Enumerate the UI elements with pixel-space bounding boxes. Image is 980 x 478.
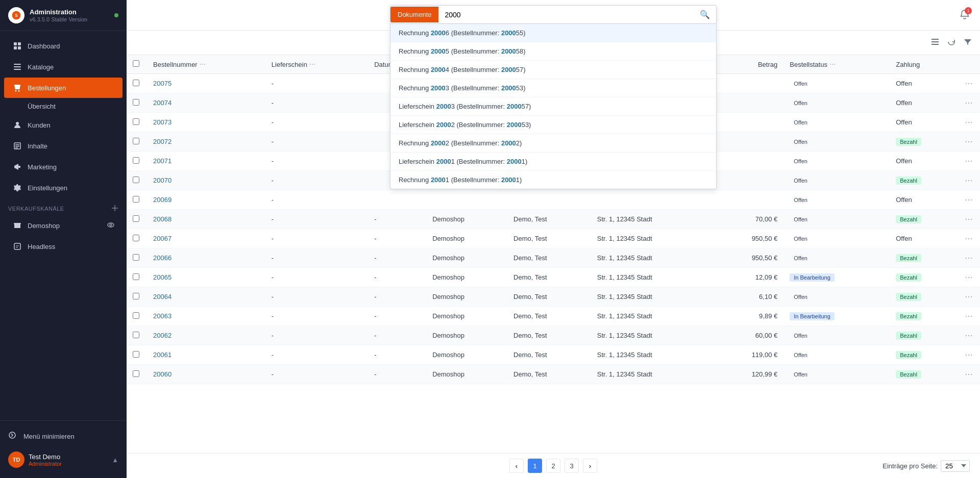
cell-bestellnummer: 20070	[147, 171, 265, 190]
search-dokumente-button[interactable]: Dokumente	[390, 7, 438, 22]
notification-icon[interactable]: 1	[960, 9, 970, 21]
row-checkbox[interactable]	[133, 80, 139, 86]
row-actions-btn[interactable]: ⋯	[965, 234, 974, 243]
cell-bestellstatus: Offen	[783, 345, 890, 365]
minimize-menu-btn[interactable]: Menü minimieren	[8, 427, 118, 445]
pagination-page-1[interactable]: 1	[528, 459, 542, 473]
user-role: Administrator	[29, 461, 62, 467]
table-refresh-btn[interactable]	[945, 36, 958, 49]
row-actions-btn[interactable]: ⋯	[965, 254, 974, 262]
row-actions-btn[interactable]: ⋯	[965, 157, 974, 165]
row-checkbox[interactable]	[133, 273, 139, 280]
cell-bestellnummer: 20064	[147, 287, 265, 307]
row-checkbox[interactable]	[133, 177, 139, 183]
row-checkbox[interactable]	[133, 235, 139, 241]
svg-point-11	[16, 122, 19, 125]
row-checkbox[interactable]	[133, 312, 139, 319]
row-actions-btn[interactable]: ⋯	[965, 79, 974, 88]
row-checkbox[interactable]	[133, 157, 139, 164]
user-profile[interactable]: TD Test Demo Administrator ▲	[8, 447, 118, 472]
svg-rect-16	[18, 166, 20, 168]
table-view-toggle[interactable]	[929, 36, 941, 49]
cell-kunde: Demo, Test	[507, 287, 591, 307]
search-dropdown: Rechnung 20006 (Bestellnummer: 200055)Re…	[390, 24, 717, 189]
row-actions-btn[interactable]: ⋯	[965, 331, 974, 340]
row-checkbox[interactable]	[133, 99, 139, 106]
cell-bestellnummer: 20060	[147, 365, 265, 384]
search-result-item[interactable]: Lieferschein 20003 (Bestellnummer: 20005…	[390, 97, 716, 116]
col-filter-icon[interactable]: ⋯	[829, 61, 836, 68]
add-channel-icon[interactable]	[111, 205, 118, 213]
cell-actions: ⋯	[959, 132, 980, 152]
row-actions-btn[interactable]: ⋯	[965, 215, 974, 223]
status-badge: In Bearbeitung	[790, 312, 835, 320]
row-checkbox[interactable]	[133, 138, 139, 144]
row-actions-btn[interactable]: ⋯	[965, 350, 974, 359]
search-result-item[interactable]: Lieferschein 20002 (Bestellnummer: 20005…	[390, 116, 716, 134]
pagination-page-3[interactable]: 3	[565, 459, 579, 473]
sidebar-item-kataloge[interactable]: Kataloge	[4, 57, 122, 77]
row-checkbox[interactable]	[133, 351, 139, 358]
row-actions-btn[interactable]: ⋯	[965, 98, 974, 107]
cell-zahlung: Bezahl	[890, 326, 959, 345]
cell-actions: ⋯	[959, 365, 980, 384]
cell-zahlung: Bezahl	[890, 345, 959, 365]
search-result-item[interactable]: Rechnung 20006 (Bestellnummer: 200055)	[390, 24, 716, 42]
cell-kunde	[507, 190, 591, 210]
row-actions-btn[interactable]: ⋯	[965, 370, 974, 379]
search-input[interactable]	[438, 7, 694, 23]
pagination-page-2[interactable]: 2	[546, 459, 560, 473]
cell-betrag: 6,10 €	[714, 287, 783, 307]
table-filter-btn[interactable]	[962, 36, 974, 49]
pagination-next-btn[interactable]: ›	[583, 459, 597, 473]
cell-datum	[368, 190, 426, 210]
sidebar-subitem-label: Übersicht	[28, 103, 56, 110]
row-checkbox[interactable]	[133, 254, 139, 261]
row-checkbox[interactable]	[133, 370, 139, 377]
dashboard-icon	[12, 41, 22, 51]
payment-badge: Bezahl	[896, 312, 921, 320]
search-result-item[interactable]: Lieferschein 20001 (Bestellnummer: 20001…	[390, 153, 716, 171]
sidebar-item-kunden[interactable]: Kunden	[4, 115, 122, 135]
row-actions-btn[interactable]: ⋯	[965, 292, 974, 301]
cell-bestellstatus: Offen	[783, 93, 890, 113]
sidebar-item-dashboard[interactable]: Dashboard	[4, 36, 122, 56]
search-result-item[interactable]: Rechnung 20002 (Bestellnummer: 20002)	[390, 134, 716, 153]
row-actions-btn[interactable]: ⋯	[965, 118, 974, 127]
select-all-checkbox[interactable]	[133, 60, 139, 67]
cell-ort: Str. 1, 12345 Stadt	[591, 365, 714, 384]
row-actions-btn[interactable]: ⋯	[965, 312, 974, 320]
table-row: 20062--DemoshopDemo, TestStr. 1, 12345 S…	[127, 326, 980, 345]
sidebar-item-bestellungen[interactable]: Bestellungen	[4, 78, 122, 98]
sidebar-item-marketing[interactable]: Marketing	[4, 157, 122, 177]
row-actions-btn[interactable]: ⋯	[965, 273, 974, 282]
cell-betrag: 119,00 €	[714, 345, 783, 365]
row-actions-btn[interactable]: ⋯	[965, 195, 974, 204]
col-sort-icon[interactable]: ⋯	[200, 61, 206, 68]
sidebar-item-headless[interactable]: Headless	[4, 236, 122, 257]
row-checkbox[interactable]	[133, 215, 139, 222]
row-checkbox[interactable]	[133, 332, 139, 338]
search-submit-button[interactable]: 🔍	[694, 6, 716, 23]
sidebar-item-einstellungen[interactable]: Einstellungen	[4, 178, 122, 198]
search-result-item[interactable]: Rechnung 20005 (Bestellnummer: 200058)	[390, 42, 716, 61]
sidebar-item-inhalte[interactable]: Inhalte	[4, 136, 122, 156]
row-checkbox[interactable]	[133, 196, 139, 203]
sidebar-item-label: Bestellungen	[28, 84, 66, 92]
row-checkbox[interactable]	[133, 118, 139, 125]
cell-betrag	[714, 132, 783, 152]
search-result-item[interactable]: Rechnung 20003 (Bestellnummer: 200053)	[390, 79, 716, 97]
col-sort-icon[interactable]: ⋯	[309, 61, 315, 68]
sidebar-subitem-ubersicht[interactable]: Übersicht	[4, 98, 122, 114]
row-actions-btn[interactable]: ⋯	[965, 176, 974, 185]
eye-icon[interactable]	[107, 221, 114, 230]
pagination-prev-btn[interactable]: ‹	[509, 459, 524, 473]
cell-actions: ⋯	[959, 190, 980, 210]
row-checkbox[interactable]	[133, 293, 139, 299]
cell-shop: Demoshop	[426, 365, 507, 384]
row-actions-btn[interactable]: ⋯	[965, 137, 974, 146]
per-page-select[interactable]: 25 10 50 100	[941, 460, 970, 472]
sidebar-item-demoshop[interactable]: Demoshop	[4, 215, 122, 236]
search-result-item[interactable]: Rechnung 20004 (Bestellnummer: 200057)	[390, 61, 716, 79]
search-result-item[interactable]: Rechnung 20001 (Bestellnummer: 20001)	[390, 171, 716, 189]
